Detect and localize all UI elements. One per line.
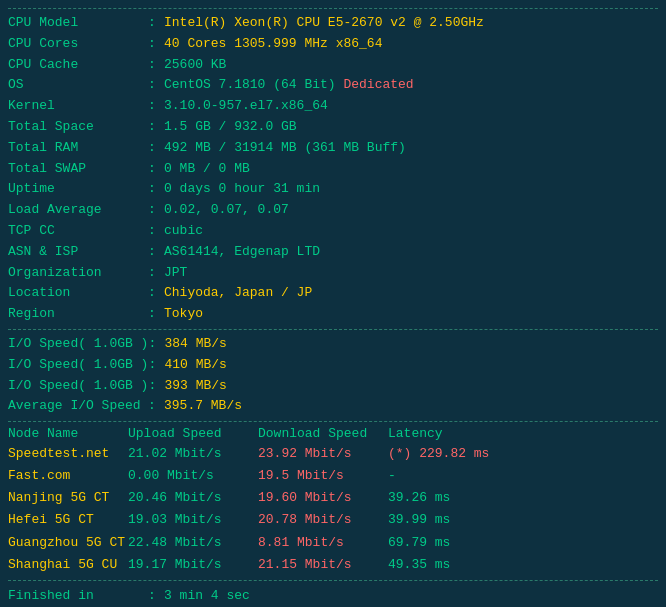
iospeed-label: I/O Speed( 1.0GB ) <box>8 334 148 355</box>
col-latency: - <box>388 465 508 487</box>
sysinfo-row: TCP CC: cubic <box>8 221 658 242</box>
info-label: Location <box>8 283 148 304</box>
info-value: 1.5 GB / 932.0 GB <box>164 117 297 138</box>
info-label: CPU Model <box>8 13 148 34</box>
footer-value: 3 min 4 sec <box>164 585 250 607</box>
info-value: 3.10.0-957.el7.x86_64 <box>164 96 328 117</box>
sysinfo-row: OS: CentOS 7.1810 (64 Bit) Dedicated <box>8 75 658 96</box>
info-value: JPT <box>164 263 187 284</box>
col-node: Hefei 5G CT <box>8 509 128 531</box>
col-download: 23.92 Mbit/s <box>258 443 388 465</box>
info-label: CPU Cores <box>8 34 148 55</box>
col-latency: 39.99 ms <box>388 509 508 531</box>
sysinfo-section: CPU Model: Intel(R) Xeon(R) CPU E5-2670 … <box>8 13 658 325</box>
col-node: Guangzhou 5G CT <box>8 532 128 554</box>
info-value: CentOS 7.1810 (64 Bit) Dedicated <box>164 75 414 96</box>
footer-colon: : <box>148 585 164 607</box>
info-label: CPU Cache <box>8 55 148 76</box>
col-download: 19.60 Mbit/s <box>258 487 388 509</box>
speedtest-section: Node Name Upload Speed Download Speed La… <box>8 426 658 576</box>
iospeed-row: I/O Speed( 1.0GB ): 393 MB/s <box>8 376 658 397</box>
info-value: 0 days 0 hour 31 min <box>164 179 320 200</box>
iospeed-value: 410 MB/s <box>164 355 226 376</box>
table-row: Fast.com0.00 Mbit/s19.5 Mbit/s- <box>8 465 658 487</box>
speedtest-divider <box>8 580 658 581</box>
iospeed-colon: : <box>148 334 164 355</box>
iospeed-divider <box>8 421 658 422</box>
info-value: 0 MB / 0 MB <box>164 159 250 180</box>
header-download: Download Speed <box>258 426 388 441</box>
header-upload: Upload Speed <box>128 426 258 441</box>
col-latency: 39.26 ms <box>388 487 508 509</box>
col-node: Fast.com <box>8 465 128 487</box>
iospeed-row: Average I/O Speed: 395.7 MB/s <box>8 396 658 417</box>
info-value: Intel(R) Xeon(R) CPU E5-2670 v2 @ 2.50GH… <box>164 13 484 34</box>
sysinfo-row: Uptime: 0 days 0 hour 31 min <box>8 179 658 200</box>
info-colon: : <box>148 75 164 96</box>
info-value: 492 MB / 31914 MB (361 MB Buff) <box>164 138 406 159</box>
sysinfo-row: Total Space: 1.5 GB / 932.0 GB <box>8 117 658 138</box>
col-upload: 0.00 Mbit/s <box>128 465 258 487</box>
footer-label: Finished in <box>8 585 148 607</box>
iospeed-colon: : <box>148 376 164 397</box>
sysinfo-row: Total SWAP: 0 MB / 0 MB <box>8 159 658 180</box>
col-node: Shanghai 5G CU <box>8 554 128 576</box>
iospeed-row: I/O Speed( 1.0GB ): 384 MB/s <box>8 334 658 355</box>
iospeed-label: Average I/O Speed <box>8 396 148 417</box>
info-value: AS61414, Edgenap LTD <box>164 242 320 263</box>
info-value: 40 Cores 1305.999 MHz x86_64 <box>164 34 382 55</box>
info-label: ASN & ISP <box>8 242 148 263</box>
iospeed-row: I/O Speed( 1.0GB ): 410 MB/s <box>8 355 658 376</box>
sysinfo-row: CPU Model: Intel(R) Xeon(R) CPU E5-2670 … <box>8 13 658 34</box>
info-label: Region <box>8 304 148 325</box>
footer-section: Finished in: 3 min 4 secTimestamp: 2023-… <box>8 585 658 607</box>
col-upload: 19.03 Mbit/s <box>128 509 258 531</box>
info-label: Uptime <box>8 179 148 200</box>
col-node: Nanjing 5G CT <box>8 487 128 509</box>
info-label: Total RAM <box>8 138 148 159</box>
table-row: Shanghai 5G CU19.17 Mbit/s21.15 Mbit/s49… <box>8 554 658 576</box>
info-colon: : <box>148 200 164 221</box>
header-node: Node Name <box>8 426 128 441</box>
sysinfo-row: Region: Tokyo <box>8 304 658 325</box>
sysinfo-row: Kernel: 3.10.0-957.el7.x86_64 <box>8 96 658 117</box>
info-value: 0.02, 0.07, 0.07 <box>164 200 289 221</box>
sysinfo-row: ASN & ISP: AS61414, Edgenap LTD <box>8 242 658 263</box>
table-row: Speedtest.net21.02 Mbit/s23.92 Mbit/s(*)… <box>8 443 658 465</box>
iospeed-colon: : <box>148 396 164 417</box>
info-label: TCP CC <box>8 221 148 242</box>
info-colon: : <box>148 13 164 34</box>
speedtest-header: Node Name Upload Speed Download Speed La… <box>8 426 658 441</box>
col-latency: 49.35 ms <box>388 554 508 576</box>
table-row: Guangzhou 5G CT22.48 Mbit/s8.81 Mbit/s69… <box>8 532 658 554</box>
info-label: OS <box>8 75 148 96</box>
info-colon: : <box>148 159 164 180</box>
sysinfo-row: Location: Chiyoda, Japan / JP <box>8 283 658 304</box>
sysinfo-row: Load Average: 0.02, 0.07, 0.07 <box>8 200 658 221</box>
info-colon: : <box>148 117 164 138</box>
info-value: 25600 KB <box>164 55 226 76</box>
info-colon: : <box>148 55 164 76</box>
sysinfo-row: Total RAM: 492 MB / 31914 MB (361 MB Buf… <box>8 138 658 159</box>
col-download: 19.5 Mbit/s <box>258 465 388 487</box>
top-divider <box>8 8 658 9</box>
col-upload: 22.48 Mbit/s <box>128 532 258 554</box>
info-label: Total Space <box>8 117 148 138</box>
info-colon: : <box>148 34 164 55</box>
col-latency: 69.79 ms <box>388 532 508 554</box>
info-value: Chiyoda, Japan / JP <box>164 283 312 304</box>
info-label: Load Average <box>8 200 148 221</box>
col-upload: 21.02 Mbit/s <box>128 443 258 465</box>
col-download: 21.15 Mbit/s <box>258 554 388 576</box>
col-node: Speedtest.net <box>8 443 128 465</box>
sysinfo-row: Organization: JPT <box>8 263 658 284</box>
info-colon: : <box>148 304 164 325</box>
header-latency: Latency <box>388 426 508 441</box>
sysinfo-divider <box>8 329 658 330</box>
info-colon: : <box>148 96 164 117</box>
iospeed-value: 384 MB/s <box>164 334 226 355</box>
sysinfo-row: CPU Cores: 40 Cores 1305.999 MHz x86_64 <box>8 34 658 55</box>
info-label: Total SWAP <box>8 159 148 180</box>
footer-row: Finished in: 3 min 4 sec <box>8 585 658 607</box>
info-colon: : <box>148 242 164 263</box>
